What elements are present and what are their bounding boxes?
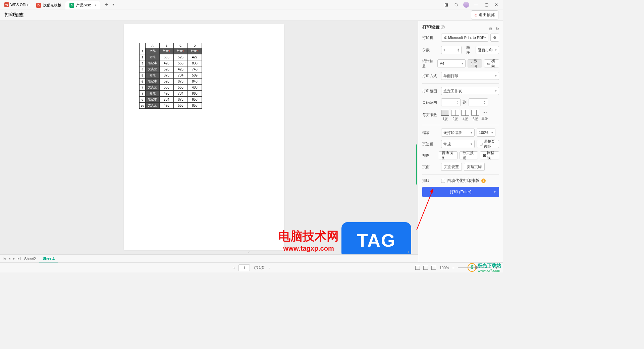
exit-label: 退出预览	[479, 12, 495, 18]
exit-icon: ⎋	[475, 13, 477, 17]
orientation-portrait[interactable]: ▯ 纵向	[468, 59, 482, 67]
add-tab-button[interactable]: ＋	[104, 1, 109, 8]
close-button[interactable]: ✕	[491, 0, 501, 9]
paper-preview: A B C D 1产品数量1数量2数量3 2铅笔565526427 3笔记本42…	[124, 24, 284, 250]
minimize-button[interactable]: —	[471, 0, 481, 9]
printer-label: 打印机	[422, 35, 439, 40]
printer-select[interactable]: 🖨 Microsoft Print to PDF▾	[441, 34, 488, 42]
view-mode-2-icon[interactable]	[423, 266, 428, 270]
app-tab[interactable]: W WPS Office	[2, 0, 32, 9]
download-site-badge: 6 极光下载站 www.xz7.com	[468, 263, 501, 272]
page-title: 打印预览	[5, 12, 23, 18]
preview-table: A B C D 1产品数量1数量2数量3 2铅笔565526427 3笔记本42…	[139, 43, 202, 109]
range-select[interactable]: 选定工作表▾	[441, 87, 499, 95]
sheet-nav-prev[interactable]: ◂	[8, 256, 10, 261]
auto-layout-checkbox[interactable]	[441, 179, 445, 183]
sheet-tabbar: I◂ ◂ ▸ ▸I Sheet2 Sheet1	[0, 254, 418, 262]
sheet-tab-2[interactable]: Sheet2	[21, 255, 39, 263]
copies-label: 份数	[422, 48, 439, 53]
view-label: 视图	[422, 153, 437, 158]
sheet-tab-1[interactable]: Sheet1	[39, 255, 58, 263]
premium-icon: $	[481, 179, 486, 183]
margin-select[interactable]: 常规▾	[441, 140, 475, 148]
sheet-nav-last[interactable]: ▸I	[18, 256, 21, 261]
view-normal-button[interactable]: 普通视图	[439, 151, 458, 159]
chevron-down-icon: ▾	[494, 190, 496, 194]
view-grid-button[interactable]: ⊞ 网格线	[480, 151, 499, 159]
view-mode-3-icon[interactable]	[431, 266, 436, 270]
page-next-button[interactable]: ›	[269, 266, 270, 270]
user-avatar[interactable]	[461, 0, 471, 9]
order-label: 顺序	[466, 45, 474, 55]
copies-input[interactable]: 1▲▼	[441, 46, 462, 54]
maximize-button[interactable]: ▢	[481, 0, 491, 9]
collapse-icon[interactable]: ⧉	[489, 27, 492, 31]
side-scroll-indicator	[416, 144, 417, 185]
zoom-label: 缩放	[422, 130, 439, 135]
tab-menu-icon[interactable]: ▾	[112, 2, 114, 7]
watermark-title: 电脑技术网	[278, 228, 339, 245]
pagerange-label: 页码范围	[422, 100, 439, 105]
pps-6[interactable]: 6版	[471, 110, 479, 121]
tab-document[interactable]: S 产品.xlsx •	[65, 1, 101, 9]
tab-document-label: 产品.xlsx	[76, 3, 91, 8]
sheet-nav-next[interactable]: ▸	[13, 256, 15, 261]
range-label: 打印范围	[422, 89, 439, 94]
horizontal-scrollbar[interactable]	[248, 250, 409, 254]
order-select[interactable]: 逐份打印▾	[476, 46, 499, 54]
page-to-input[interactable]: ▲▼	[469, 98, 488, 106]
page-number-input[interactable]: 1	[238, 264, 250, 271]
auto-layout-label: 自动优化打印排版	[447, 178, 479, 184]
orientation-landscape[interactable]: ▭ 横向	[484, 59, 499, 67]
mode-select[interactable]: 单面打印▾	[441, 72, 499, 80]
pps-label: 每页版数	[422, 112, 439, 117]
mode-label: 打印方式	[422, 73, 439, 79]
download-site-icon: 6	[468, 263, 476, 272]
page-prev-button[interactable]: ‹	[233, 266, 235, 270]
layout-label: 排版	[422, 178, 439, 183]
pps-2[interactable]: 2版	[451, 110, 459, 121]
page-setup-button[interactable]: 页面设置	[441, 163, 462, 171]
sheets-icon: S	[69, 3, 74, 8]
statusbar: ‹ 1 /共1页 › 100% − ＋	[0, 262, 503, 272]
refresh-icon[interactable]: ↻	[496, 27, 499, 31]
cube-icon[interactable]: ⬡	[451, 0, 461, 9]
template-icon: D	[36, 3, 41, 8]
print-settings-panel: 打印设置? ⧉ ↻ 打印机 🖨 Microsoft Print to PDF▾ …	[418, 21, 503, 262]
zoom-out-button[interactable]: −	[452, 266, 454, 270]
paper-select[interactable]: A4▾	[437, 59, 466, 67]
to-label: 到	[463, 100, 467, 105]
zoom-value: 100%	[439, 266, 449, 270]
print-button[interactable]: 打印 (Enter)▾	[422, 187, 499, 197]
exit-preview-button[interactable]: ⎋ 退出预览	[471, 10, 498, 19]
page-from-input[interactable]: ▲▼	[441, 98, 461, 106]
tab-templates-label: 找稻壳模板	[43, 3, 61, 8]
titlebar: W WPS Office D 找稻壳模板 S 产品.xlsx • ＋ ▾ ◨ ⬡…	[0, 0, 503, 9]
page-total: /共1页	[254, 265, 264, 270]
app-label: WPS Office	[10, 3, 30, 7]
preview-area: A B C D 1产品数量1数量2数量3 2铅笔565526427 3笔记本42…	[0, 21, 418, 262]
view-mode-1-icon[interactable]	[415, 266, 420, 270]
tab-templates[interactable]: D 找稻壳模板	[32, 1, 65, 9]
tab-dirty-icon[interactable]: •	[95, 3, 97, 8]
sheet-nav-first[interactable]: I◂	[3, 256, 6, 261]
printer-settings-button[interactable]: ⚙	[490, 34, 499, 42]
zoom-pct-select[interactable]: 100%▾	[477, 129, 495, 137]
wps-logo-icon: W	[4, 2, 9, 7]
pps-1[interactable]: 1版	[441, 110, 449, 121]
page-label: 页面	[422, 164, 439, 169]
panel-icon[interactable]: ◨	[441, 0, 451, 9]
view-pagebreak-button[interactable]: 分页预览	[460, 151, 478, 159]
help-icon[interactable]: ?	[441, 25, 445, 29]
settings-title: 打印设置?	[422, 24, 445, 30]
toolbar: 打印预览 ⎋ 退出预览	[0, 9, 503, 21]
pps-4[interactable]: 4版	[461, 110, 469, 121]
pps-more[interactable]: ⋯更多	[481, 110, 488, 121]
zoom-select[interactable]: 无打印缩放▾	[441, 129, 475, 137]
adjust-margin-button[interactable]: ⊞ 调整页边距	[477, 140, 499, 148]
header-footer-button[interactable]: 页眉页脚	[464, 163, 485, 171]
margin-label: 页边距	[422, 142, 439, 147]
paper-label: 纸张信息	[422, 58, 435, 68]
